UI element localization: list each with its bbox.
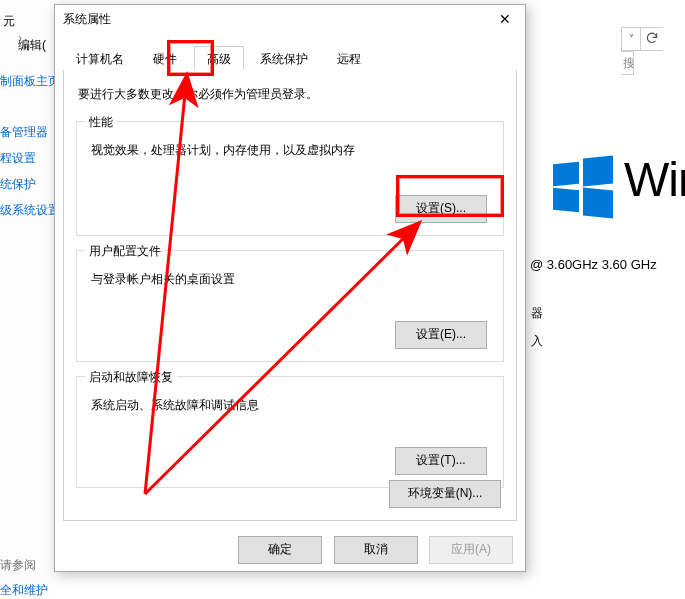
see-also-label: 请参阅 [0, 557, 36, 574]
group-startup-recovery: 启动和故障恢复 系统启动、系统故障和调试信息 设置(T)... [76, 376, 504, 488]
system-properties-dialog: 系统属性 ✕ 计算机名 硬件 高级 系统保护 远程 要进行大多数更改，你必须作为… [54, 4, 526, 572]
right-fragment-2: 入 [531, 333, 543, 350]
dialog-button-row: 确定 取消 应用(A) [55, 527, 525, 571]
link-device-manager[interactable]: 备管理器 [0, 124, 48, 141]
group-performance: 性能 视觉效果，处理器计划，内存使用，以及虚拟内存 设置(S)... [76, 121, 504, 236]
address-dropdown-icon[interactable] [621, 27, 640, 51]
dialog-titlebar[interactable]: 系统属性 ✕ [55, 5, 525, 33]
tab-page-advanced: 要进行大多数更改，你必须作为管理员登录。 性能 视觉效果，处理器计划，内存使用，… [63, 70, 517, 521]
refresh-icon[interactable] [640, 27, 663, 51]
menu-edit-fragment[interactable]: 编辑( [18, 37, 46, 54]
right-fragment-1: 器 [531, 305, 543, 322]
link-remote-settings[interactable]: 程设置 [0, 150, 36, 167]
cancel-button[interactable]: 取消 [334, 536, 418, 564]
link-system-protection[interactable]: 统保护 [0, 176, 36, 193]
dialog-title: 系统属性 [63, 12, 111, 26]
tab-hardware[interactable]: 硬件 [140, 46, 190, 72]
search-area: 搜 [621, 27, 676, 51]
cpu-freq-text: @ 3.60GHz 3.60 GHz [530, 257, 657, 272]
close-icon[interactable]: ✕ [485, 5, 525, 33]
environment-variables-button[interactable]: 环境变量(N)... [389, 480, 501, 508]
group-user-profiles: 用户配置文件 与登录帐户相关的桌面设置 设置(E)... [76, 250, 504, 362]
group-user-profiles-title: 用户配置文件 [85, 243, 165, 260]
intro-text: 要进行大多数更改，你必须作为管理员登录。 [64, 70, 516, 107]
tab-system-protection[interactable]: 系统保护 [247, 46, 321, 72]
group-startup-recovery-title: 启动和故障恢复 [85, 369, 177, 386]
tab-strip: 计算机名 硬件 高级 系统保护 远程 [63, 45, 517, 71]
windows-logo-icon [553, 157, 613, 217]
group-performance-desc: 视觉效果，处理器计划，内存使用，以及虚拟内存 [77, 122, 503, 206]
tab-computer-name[interactable]: 计算机名 [63, 46, 137, 72]
performance-settings-button[interactable]: 设置(S)... [395, 195, 487, 223]
startup-recovery-settings-button[interactable]: 设置(T)... [395, 447, 487, 475]
link-control-panel-home[interactable]: 制面板主页 [0, 73, 60, 90]
nav-level-suffix: 元 [3, 13, 15, 30]
group-performance-title: 性能 [85, 114, 117, 131]
link-security-and-maintenance[interactable]: 全和维护 [0, 582, 48, 599]
search-input[interactable]: 搜 [621, 51, 634, 75]
apply-button: 应用(A) [429, 536, 513, 564]
tab-remote[interactable]: 远程 [324, 46, 374, 72]
user-profiles-settings-button[interactable]: 设置(E)... [395, 321, 487, 349]
link-advanced-system-settings[interactable]: 级系统设置 [0, 202, 60, 219]
windows-brand-text: Wir [624, 152, 685, 207]
ok-button[interactable]: 确定 [238, 536, 322, 564]
tab-advanced[interactable]: 高级 [194, 46, 244, 72]
